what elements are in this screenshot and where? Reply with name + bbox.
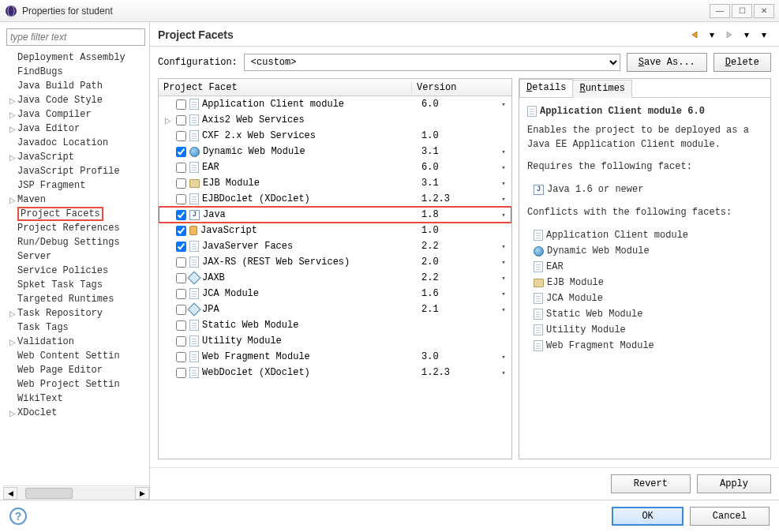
expand-icon[interactable]: ▷ — [8, 125, 17, 133]
category-tree[interactable]: Deployment AssemblyFindBugsJava Build Pa… — [3, 51, 149, 485]
titlebar[interactable]: Properties for student — ☐ ✕ — [0, 0, 779, 22]
filter-input[interactable] — [6, 28, 145, 46]
nav-back-menu-icon[interactable]: ▾ — [705, 28, 719, 41]
sidebar-item[interactable]: Web Page Editor — [8, 363, 149, 377]
expand-icon[interactable]: ▷ — [8, 196, 17, 204]
facet-row[interactable]: EJBDoclet (XDoclet)1.2.3▾ — [159, 191, 511, 207]
facet-row[interactable]: JPA2.1▾ — [159, 302, 511, 317]
facet-row[interactable]: Web Fragment Module3.0▾ — [159, 349, 511, 365]
facet-checkbox[interactable] — [176, 99, 186, 110]
facet-row[interactable]: CXF 2.x Web Services1.0 — [159, 128, 511, 144]
sidebar-item[interactable]: Deployment Assembly — [8, 51, 149, 65]
facet-row[interactable]: JCA Module1.6▾ — [159, 286, 511, 302]
version-dropdown-icon[interactable]: ▾ — [496, 195, 511, 204]
expand-icon[interactable]: ▷ — [8, 111, 17, 119]
scroll-right-icon[interactable]: ▶ — [135, 487, 149, 500]
save-as-button[interactable]: Save As... — [627, 53, 707, 72]
sidebar-item[interactable]: ▷Java Compiler — [8, 107, 149, 122]
sidebar-item[interactable]: Service Policies — [8, 264, 149, 278]
sidebar-item[interactable]: Task Tags — [8, 320, 149, 335]
sidebar-item[interactable]: ▷XDoclet — [8, 406, 149, 420]
version-dropdown-icon[interactable]: ▾ — [496, 258, 511, 267]
facet-row[interactable]: JavaServer Faces2.2▾ — [159, 238, 511, 254]
version-dropdown-icon[interactable]: ▾ — [496, 369, 511, 377]
facet-checkbox[interactable] — [176, 289, 186, 299]
expand-icon[interactable]: ▷ — [8, 153, 17, 162]
facet-checkbox[interactable] — [176, 320, 186, 331]
sidebar-item[interactable]: Targeted Runtimes — [8, 292, 149, 306]
ok-button[interactable]: OK — [612, 507, 683, 526]
facet-row[interactable]: Dynamic Web Module3.1▾ — [159, 144, 511, 159]
version-dropdown-icon[interactable]: ▾ — [496, 305, 511, 314]
version-dropdown-icon[interactable]: ▾ — [496, 211, 511, 219]
facet-checkbox[interactable] — [176, 305, 186, 315]
facet-row[interactable]: JavaScript1.0 — [159, 223, 511, 238]
sidebar-item[interactable]: ▷Maven — [8, 193, 149, 207]
scroll-left-icon[interactable]: ◀ — [3, 487, 17, 500]
facet-checkbox[interactable] — [176, 242, 186, 252]
col-project-facet[interactable]: Project Facet — [159, 82, 412, 93]
facet-checkbox[interactable] — [176, 147, 186, 157]
facet-checkbox[interactable] — [176, 273, 186, 283]
sidebar-item[interactable]: Javadoc Location — [8, 136, 149, 150]
revert-button[interactable]: Revert — [611, 474, 691, 493]
scroll-thumb[interactable] — [25, 488, 73, 499]
sidebar-item[interactable]: ▷Validation — [8, 335, 149, 349]
version-dropdown-icon[interactable]: ▾ — [496, 100, 511, 109]
apply-button[interactable]: Apply — [697, 474, 771, 493]
facet-checkbox[interactable] — [176, 226, 186, 236]
facet-table-body[interactable]: Application Client module6.0▾▷Axis2 Web … — [159, 96, 511, 459]
sidebar-scrollbar[interactable]: ◀ ▶ — [3, 485, 149, 500]
configuration-select[interactable]: <custom> — [244, 54, 620, 71]
facet-checkbox[interactable] — [176, 131, 186, 141]
facet-checkbox[interactable] — [176, 178, 186, 189]
sidebar-item[interactable]: Project Facets — [8, 207, 149, 221]
nav-back-icon[interactable] — [687, 28, 702, 41]
facet-row[interactable]: JJava1.8▾ — [159, 207, 511, 223]
facet-row[interactable]: WebDoclet (XDoclet)1.2.3▾ — [159, 365, 511, 380]
sidebar-item[interactable]: ▷JavaScript — [8, 150, 149, 164]
facet-checkbox[interactable] — [176, 336, 186, 347]
sidebar-item[interactable]: Server — [8, 249, 149, 264]
expand-icon[interactable]: ▷ — [8, 96, 17, 105]
col-version[interactable]: Version — [412, 82, 511, 93]
minimize-button[interactable]: — — [710, 4, 730, 18]
sidebar-item[interactable]: Web Project Settin — [8, 377, 149, 392]
expand-icon[interactable]: ▷ — [8, 338, 17, 347]
nav-fwd-menu-icon[interactable]: ▾ — [740, 28, 754, 41]
version-dropdown-icon[interactable]: ▾ — [496, 163, 511, 172]
sidebar-item[interactable]: Web Content Settin — [8, 349, 149, 363]
facet-row[interactable]: EJB Module3.1▾ — [159, 175, 511, 191]
version-dropdown-icon[interactable]: ▾ — [496, 290, 511, 298]
cancel-button[interactable]: Cancel — [690, 507, 770, 526]
facet-checkbox[interactable] — [176, 194, 186, 204]
facet-checkbox[interactable] — [176, 210, 186, 220]
view-menu-icon[interactable]: ▾ — [757, 28, 771, 41]
version-dropdown-icon[interactable]: ▾ — [496, 179, 511, 188]
facet-checkbox[interactable] — [176, 163, 186, 173]
sidebar-item[interactable]: Java Build Path — [8, 79, 149, 93]
expand-icon[interactable]: ▷ — [8, 409, 17, 418]
tab-runtimes[interactable]: Runtimes — [572, 80, 632, 98]
delete-button[interactable]: Delete — [713, 53, 771, 72]
sidebar-item[interactable]: ▷Task Repository — [8, 306, 149, 320]
facet-row[interactable]: JAX-RS (REST Web Services)2.0▾ — [159, 254, 511, 270]
version-dropdown-icon[interactable]: ▾ — [496, 353, 511, 362]
facet-row[interactable]: EAR6.0▾ — [159, 159, 511, 175]
sidebar-item[interactable]: Project References — [8, 221, 149, 235]
facet-checkbox[interactable] — [176, 352, 186, 362]
facet-row[interactable]: Utility Module — [159, 333, 511, 349]
sidebar-item[interactable]: ▷Java Code Style — [8, 93, 149, 107]
facet-row[interactable]: Static Web Module — [159, 317, 511, 333]
sidebar-item[interactable]: Spket Task Tags — [8, 278, 149, 292]
sidebar-item[interactable]: FindBugs — [8, 65, 149, 79]
facet-checkbox[interactable] — [176, 368, 186, 378]
version-dropdown-icon[interactable]: ▾ — [496, 148, 511, 156]
facet-row[interactable]: ▷Axis2 Web Services — [159, 112, 511, 128]
sidebar-item[interactable]: Run/Debug Settings — [8, 235, 149, 249]
maximize-button[interactable]: ☐ — [732, 4, 752, 18]
sidebar-item[interactable]: WikiText — [8, 392, 149, 406]
close-button[interactable]: ✕ — [754, 4, 774, 18]
help-icon[interactable]: ? — [9, 508, 27, 525]
sidebar-item[interactable]: JavaScript Profile — [8, 164, 149, 178]
